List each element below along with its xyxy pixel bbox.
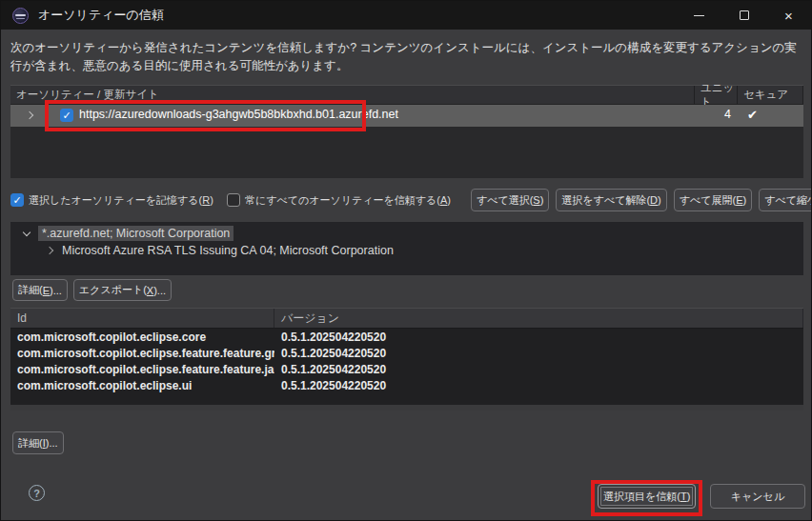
units-table-header: Id バージョン (10, 309, 803, 329)
unit-version: 0.5.1.202504220520 (274, 331, 803, 344)
column-header-secure[interactable]: セキュア (738, 86, 803, 104)
certificate-child-label: Microsoft Azure RSA TLS Issuing CA 04; M… (62, 244, 394, 257)
tree-item-certificate-root[interactable]: *.azurefd.net; Microsoft Corporation (10, 225, 803, 242)
remember-checkbox[interactable] (10, 193, 24, 207)
trust-all-label: 常にすべてのオーソリティーを信頼する(A) (245, 193, 451, 208)
secure-checkmark-icon: ✔ (747, 108, 758, 122)
chevron-down-icon[interactable] (23, 228, 30, 235)
trust-selected-button[interactable]: 選択項目を信頼(T) (598, 484, 696, 509)
window-controls: × (677, 1, 811, 30)
table-row[interactable]: com.microsoft.copilot.eclipse.core 0.5.1… (10, 329, 803, 345)
column-header-units[interactable]: ユニット (695, 86, 738, 104)
help-icon: ? (33, 488, 40, 499)
certificate-root-label: *.azurefd.net; Microsoft Corporation (38, 226, 233, 241)
help-button[interactable]: ? (29, 485, 45, 501)
authority-url: https://azuredownloads-g3ahgwb5b8bkbxhd.… (79, 108, 398, 121)
dialog-description: 次のオーソリティーから発信されたコンテンツを信頼しますか? コンテンツのインスト… (10, 39, 803, 76)
unit-id: com.microsoft.copilot.eclipse.feature.fe… (10, 347, 274, 360)
minimize-icon (694, 15, 704, 16)
remember-label: 選択したオーソリティーを記憶する(R) (29, 193, 213, 208)
units-table: Id バージョン com.microsoft.copilot.eclipse.c… (10, 308, 803, 411)
footer: ? 選択項目を信頼(T) キャンセル (1, 475, 812, 521)
trust-authorities-dialog: オーソリティーの信頼 × 次のオーソリティーから発信されたコンテンツを信頼します… (0, 0, 812, 521)
table-row[interactable]: com.microsoft.copilot.eclipse.feature.fe… (10, 345, 803, 361)
minimize-button[interactable] (677, 1, 721, 30)
titlebar: オーソリティーの信頼 × (1, 1, 811, 30)
trust-all-option[interactable]: 常にすべてのオーソリティーを信頼する(A) (227, 193, 451, 208)
authority-checkbox[interactable] (60, 109, 73, 122)
authorities-table: オーソリティー / 更新サイト ユニット セキュア https://azured… (10, 85, 803, 178)
cancel-button[interactable]: キャンセル (710, 484, 805, 509)
certificate-details-button[interactable]: 詳細(E)... (12, 279, 68, 301)
certificate-buttons: 詳細(E)... エクスポート(X)... (12, 279, 172, 301)
remember-authorities-option[interactable]: 選択したオーソリティーを記憶する(R) (10, 193, 213, 208)
maximize-icon (740, 10, 749, 20)
expand-chevron-icon[interactable] (26, 111, 33, 119)
unit-version: 0.5.1.202504220520 (274, 363, 803, 376)
collapse-all-button[interactable]: すべて縮小表示(C) (759, 189, 812, 211)
column-header-version[interactable]: バージョン (274, 309, 803, 328)
tree-item-certificate-child[interactable]: Microsoft Azure RSA TLS Issuing CA 04; M… (10, 242, 803, 259)
authority-row[interactable]: https://azuredownloads-g3ahgwb5b8bkbxhd.… (10, 105, 803, 127)
unit-id: com.microsoft.copilot.eclipse.ui (10, 379, 274, 392)
trust-all-checkbox[interactable] (227, 193, 240, 207)
expand-all-button[interactable]: すべて展開(E) (674, 189, 752, 211)
options-row: 選択したオーソリティーを記憶する(R) 常にすべてのオーソリティーを信頼する(A… (10, 188, 803, 212)
certificate-export-button[interactable]: エクスポート(X)... (73, 279, 172, 301)
eclipse-logo-icon (12, 8, 29, 24)
horizontal-scrollbar[interactable] (10, 405, 803, 411)
deselect-all-button[interactable]: 選択をすべて解除(D) (556, 189, 666, 211)
certificate-tree: *.azurefd.net; Microsoft Corporation Mic… (10, 222, 803, 275)
window-title: オーソリティーの信頼 (38, 7, 164, 24)
column-header-id[interactable]: Id (10, 309, 274, 328)
chevron-right-icon[interactable] (46, 247, 53, 254)
maximize-button[interactable] (721, 1, 766, 30)
column-header-authority[interactable]: オーソリティー / 更新サイト (10, 86, 695, 104)
unit-id: com.microsoft.copilot.eclipse.feature.fe… (10, 363, 274, 376)
authorities-table-header: オーソリティー / 更新サイト ユニット セキュア (10, 86, 803, 105)
unit-version: 0.5.1.202504220520 (274, 347, 803, 360)
authority-units-count: 4 (693, 108, 731, 121)
unit-id: com.microsoft.copilot.eclipse.core (10, 331, 274, 344)
close-button[interactable]: × (766, 1, 811, 30)
table-row[interactable]: com.microsoft.copilot.eclipse.ui 0.5.1.2… (10, 377, 803, 393)
close-icon: × (784, 9, 793, 23)
unit-details-button[interactable]: 詳細(I)... (12, 431, 64, 454)
select-all-button[interactable]: すべて選択(S) (471, 189, 549, 211)
table-row[interactable]: com.microsoft.copilot.eclipse.feature.fe… (10, 361, 803, 377)
unit-version: 0.5.1.202504220520 (274, 379, 803, 392)
